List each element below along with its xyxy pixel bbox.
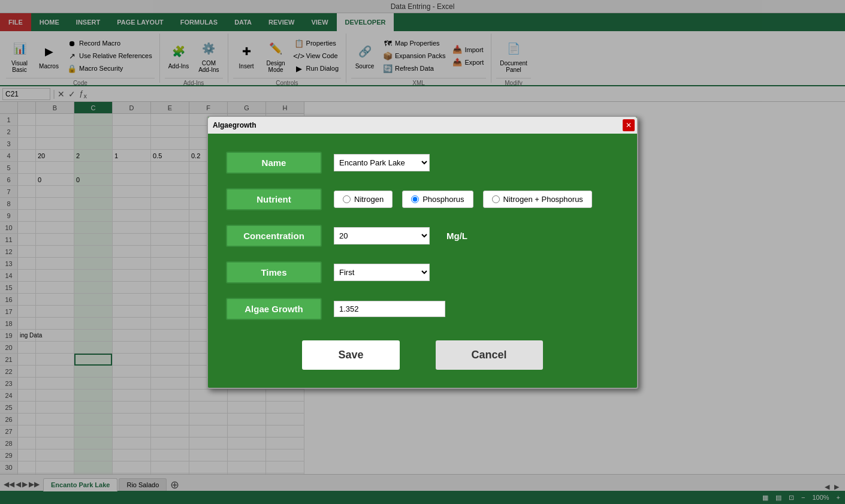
name-select[interactable]: Encanto Park Lake Rio Salado	[334, 154, 430, 171]
concentration-row: Concentration 20 10 5 Mg/L	[226, 225, 619, 247]
nutrient-row: Nutrient Nitrogen Phosphorus Nitrogen + …	[226, 188, 619, 210]
nutrient-phosphorus-radio[interactable]	[411, 195, 419, 203]
nutrient-phosphorus-label: Phosphorus	[422, 195, 464, 204]
algae-growth-input[interactable]	[334, 301, 445, 317]
save-button[interactable]: Save	[302, 340, 399, 370]
modal-overlay: Algaegrowth ✕ Name Encanto Park Lake Rio…	[0, 0, 845, 493]
name-label: Name	[226, 152, 322, 174]
algae-growth-row: Algae Growth	[226, 298, 619, 320]
times-select[interactable]: First Second Third	[334, 264, 430, 281]
name-row: Name Encanto Park Lake Rio Salado	[226, 152, 619, 174]
concentration-label: Concentration	[226, 225, 322, 247]
nutrient-np-radio[interactable]	[492, 195, 500, 203]
algaegrowth-dialog: Algaegrowth ✕ Name Encanto Park Lake Rio…	[207, 116, 638, 389]
nutrient-nitrogen-option[interactable]: Nitrogen	[334, 191, 393, 208]
concentration-select[interactable]: 20 10 5	[334, 227, 430, 245]
times-label: Times	[226, 261, 322, 283]
modal-buttons: Save Cancel	[226, 340, 619, 370]
nutrient-label: Nutrient	[226, 188, 322, 210]
nutrient-np-label: Nitrogen + Phosphorus	[503, 195, 583, 204]
algae-growth-label: Algae Growth	[226, 298, 322, 320]
modal-title: Algaegrowth	[213, 121, 256, 129]
modal-body: Name Encanto Park Lake Rio Salado Nutrie…	[226, 152, 619, 370]
cancel-button[interactable]: Cancel	[436, 340, 543, 370]
nutrient-np-option[interactable]: Nitrogen + Phosphorus	[483, 191, 592, 208]
nutrient-radio-group: Nitrogen Phosphorus Nitrogen + Phosphoru…	[334, 191, 592, 208]
concentration-unit: Mg/L	[446, 231, 467, 241]
nutrient-nitrogen-radio[interactable]	[343, 195, 351, 203]
modal-close-button[interactable]: ✕	[623, 119, 635, 131]
nutrient-nitrogen-label: Nitrogen	[354, 195, 384, 204]
modal-titlebar: Algaegrowth ✕	[208, 117, 637, 134]
nutrient-phosphorus-option[interactable]: Phosphorus	[402, 191, 473, 208]
times-row: Times First Second Third	[226, 261, 619, 283]
